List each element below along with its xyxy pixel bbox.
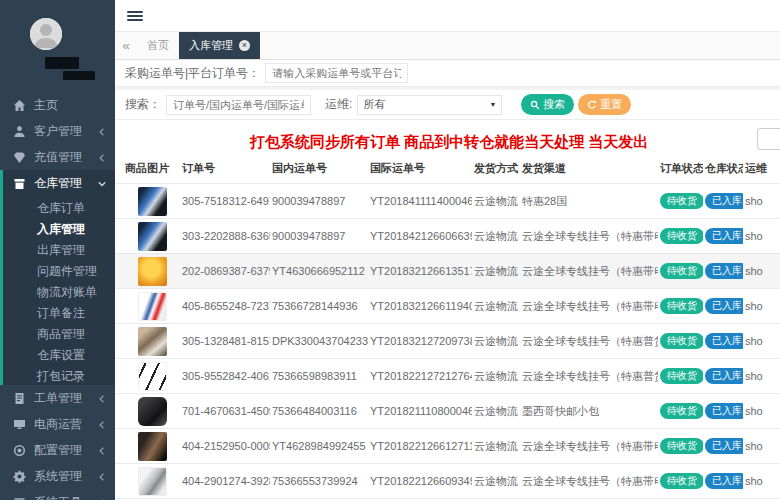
tabs-scroll-left-icon[interactable]: « [115,32,137,59]
cell-order-status: 待收货 [658,359,703,394]
sidebar-item-label: 电商运营 [34,416,97,433]
order-status-badge: 待收货 [660,438,703,454]
sidebar-subitem-问题件管理[interactable]: 问题件管理 [3,259,115,280]
sidebar-submenu: 仓库订单入库管理出库管理问题件管理物流对账单订单备注商品管理仓库设置打包记录 [3,196,115,385]
product-image[interactable] [138,362,167,391]
table-row[interactable]: 303-2202888-6365943900039478897YT2018421… [115,219,780,254]
gem-icon [13,151,26,164]
sidebar-subitem-仓库设置[interactable]: 仓库设置 [3,343,115,364]
sidebar-subitem-物流对账单[interactable]: 物流对账单 [3,280,115,301]
sidebar-subitem-商品管理[interactable]: 商品管理 [3,322,115,343]
list-icon [13,496,26,500]
cell-intl-waybill: YT2018321272097384 [368,324,472,359]
header-product-image: 商品图片 [115,156,180,184]
menu-toggle-icon[interactable] [127,9,143,23]
order-status-badge: 待收货 [660,263,703,279]
table-row[interactable]: 202-0869387-6379533YT4630666952112YT2018… [115,254,780,289]
order-status-badge: 待收货 [660,403,703,419]
person-silhouette-icon [30,18,62,50]
sidebar-item-客户管理[interactable]: 客户管理 [0,118,115,144]
table-row[interactable]: 305-9552842-406192975366598983911YT20182… [115,359,780,394]
table-row[interactable]: 404-2152950-0005918YT4628984992455YT2018… [115,429,780,464]
sidebar-item-系统管理[interactable]: 系统管理 [0,463,115,489]
table-row[interactable]: 405-8655248-723712475366728144936YT20183… [115,289,780,324]
search-button[interactable]: 搜索 [521,94,574,115]
product-image[interactable] [138,327,167,356]
sidebar-item-label: 客户管理 [34,123,97,140]
header-ship-channel: 发货渠道 [520,156,658,184]
target-icon [13,444,26,457]
cell-order-no: 305-1328481-8157960 [180,324,270,359]
warehouse-status-badge: 已入库 [705,263,743,279]
table-row[interactable]: 404-2901274-392832775366553739924YT20182… [115,464,780,499]
cell-product-image [115,464,180,499]
cell-ship-channel: 云途全球专线挂号（特惠带电） [520,464,658,499]
cell-order-no: 404-2901274-3928327 [180,464,270,499]
table-row[interactable]: 305-7518312-6497952900039478897YT2018411… [115,184,780,219]
sidebar-subitem-入库管理[interactable]: 入库管理 [3,217,115,238]
close-tab-icon[interactable]: × [239,40,250,51]
purchase-waybill-input[interactable] [265,63,408,83]
sidebar-item-仓库管理[interactable]: 仓库管理 [3,170,115,196]
sidebar-item-配置管理[interactable]: 配置管理 [0,437,115,463]
sidebar-subitem-订单备注[interactable]: 订单备注 [3,301,115,322]
list-icon [13,496,26,500]
sidebar-item-系统工具[interactable]: 系统工具 [0,489,115,500]
gem-icon [13,151,26,164]
product-image[interactable] [138,257,167,286]
sync-notice-text: 打包系统同步所有订单 商品到中转仓就能当天处理 当天发出 [250,133,648,152]
search-button-label: 搜索 [543,97,565,112]
sidebar-group-5: 电商运营 [0,411,115,437]
product-image[interactable] [138,292,167,321]
refresh-icon [587,100,597,110]
gear-icon [13,470,26,483]
reset-button[interactable]: 重置 [578,94,631,115]
table-row[interactable]: 701-4670631-450903375366484003116YT20182… [115,394,780,429]
sidebar-subitem-打包记录[interactable]: 打包记录 [3,364,115,385]
sidebar-group-3: 仓库管理仓库订单入库管理出库管理问题件管理物流对账单订单备注商品管理仓库设置打包… [0,170,115,385]
cell-warehouse-status: 已入库 [703,464,743,499]
cell-product-image [115,359,180,394]
sidebar-item-充值管理[interactable]: 充值管理 [0,144,115,170]
sidebar-subitem-仓库订单[interactable]: 仓库订单 [3,196,115,217]
cell-operator: sho [743,254,780,289]
header-operator: 运维 [743,156,780,184]
cell-order-no: 404-2152950-0005918 [180,429,270,464]
cell-order-status: 待收货 [658,429,703,464]
product-image[interactable] [138,397,167,426]
product-image[interactable] [138,187,167,216]
product-image[interactable] [138,222,167,251]
tab-inbound-management[interactable]: 入库管理 × [179,32,260,59]
sidebar-item-工单管理[interactable]: 工单管理 [0,385,115,411]
home-icon [13,99,26,112]
chevron-left-icon [97,152,107,162]
product-image[interactable] [138,467,167,496]
cell-intl-waybill: YT2018321266135177 [368,254,472,289]
cell-warehouse-status: 已入库 [703,254,743,289]
cell-intl-waybill: YT2018321266119403 [368,289,472,324]
user-profile[interactable] [0,0,115,88]
sidebar-item-电商运营[interactable]: 电商运营 [0,411,115,437]
cell-ship-channel: 墨西哥快邮小包 [520,394,658,429]
sidebar-item-label: 配置管理 [34,442,97,459]
corner-button[interactable] [757,128,780,150]
transport-selected-value: 所有 [363,97,489,112]
cell-order-status: 待收货 [658,254,703,289]
cell-ship-method: 云途物流 [472,394,520,429]
target-icon [13,444,26,457]
product-image[interactable] [138,432,167,461]
avatar [30,18,62,50]
content-area: « 首页 入库管理 × 采购运单号|平台订单号： 搜索： 运维: 所有 ▼ 搜索 [115,0,780,500]
sidebar-item-主页[interactable]: 主页 [0,92,115,118]
table-row[interactable]: 305-1328481-8157960DPK330043704233YT2018… [115,324,780,359]
transport-select[interactable]: 所有 ▼ [357,95,502,115]
tab-bar: « 首页 入库管理 × [115,32,780,60]
cell-product-image [115,289,180,324]
sidebar-subitem-出库管理[interactable]: 出库管理 [3,238,115,259]
sidebar-item-label: 仓库管理 [34,175,97,192]
tab-home[interactable]: 首页 [137,32,179,59]
search-input[interactable] [166,95,311,115]
redacted-subtext [63,71,95,80]
redacted-username [45,57,79,69]
purchase-filter-panel: 采购运单号|平台订单号： [115,60,780,87]
